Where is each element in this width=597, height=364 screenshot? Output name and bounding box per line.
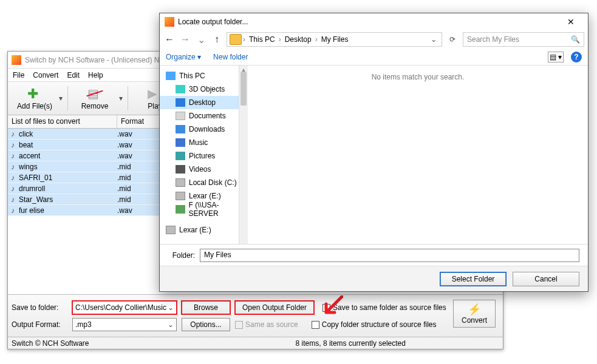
same-as-source-checkbox: Same as source [235, 320, 298, 329]
chevron-down-icon: ⌄ [168, 303, 174, 312]
output-format-label: Output Format: [12, 320, 72, 329]
dialog-toolbar: Organize ▾ New folder ▤ ▾ ? [160, 49, 588, 66]
status-left: Switch © NCH Software [12, 339, 89, 348]
documents-icon [176, 112, 185, 120]
lightning-icon [468, 303, 481, 316]
tree-network-f[interactable]: F (\\USA-SERVER [160, 203, 247, 216]
close-button[interactable]: ✕ [559, 17, 583, 27]
downloads-icon [176, 125, 185, 133]
3d-icon [176, 85, 185, 93]
open-output-label: Open Output Folder [242, 303, 307, 312]
tree-local-disk-c[interactable]: Local Disk (C:) [160, 176, 247, 189]
convert-label: Convert [462, 316, 487, 325]
search-icon: 🔍 [571, 35, 580, 44]
select-folder-button[interactable]: Select Folder [440, 272, 507, 286]
music-icon [176, 138, 185, 147]
file-name: beat [18, 141, 114, 149]
tree-desktop[interactable]: Desktop [160, 96, 247, 109]
organize-menu[interactable]: Organize ▾ [166, 53, 201, 61]
app-icon [12, 55, 21, 65]
chevron-down-icon: ⌄ [168, 320, 174, 329]
add-files-label: Add File(s) [17, 102, 52, 110]
search-placeholder: Search My Files [467, 35, 519, 44]
browse-button[interactable]: Browse [182, 301, 230, 314]
locate-output-folder-dialog: Locate output folder... ✕ ← → ⌄ ↑ › This… [159, 13, 588, 292]
folder-input[interactable]: My Files [200, 249, 579, 262]
remove-icon [87, 86, 102, 101]
convert-button[interactable]: Convert [453, 300, 496, 328]
app-icon [165, 17, 174, 27]
chevron-right-icon: › [279, 35, 281, 44]
save-to-folder-combo[interactable]: C:\Users\Cody Collier\Music ⌄ [72, 301, 177, 314]
file-name: accent [18, 152, 114, 160]
add-files-button[interactable]: Add File(s) [10, 83, 59, 113]
tree-3d-objects[interactable]: 3D Objects [160, 83, 247, 96]
remove-button[interactable]: Remove [70, 83, 119, 113]
network-drive-icon [176, 205, 185, 214]
audio-file-icon: ♪ [8, 195, 18, 204]
options-button[interactable]: Options... [182, 318, 230, 331]
chevron-right-icon: › [315, 35, 318, 44]
checkbox-icon [312, 321, 319, 329]
tree-documents[interactable]: Documents [160, 109, 247, 123]
folder-icon [230, 34, 242, 45]
copy-structure-checkbox[interactable]: Copy folder structure of source files [312, 320, 437, 329]
up-button[interactable]: ↑ [211, 34, 223, 45]
back-button[interactable]: ← [163, 34, 176, 45]
audio-file-icon: ♪ [8, 130, 18, 138]
plus-icon [27, 86, 42, 101]
new-folder-button[interactable]: New folder [213, 53, 248, 61]
folder-value: My Files [204, 251, 231, 259]
add-files-dropdown[interactable]: ▾ [59, 94, 65, 103]
checkbox-icon [235, 321, 243, 329]
col-file[interactable]: List of files to convert [8, 115, 117, 128]
bottom-panel: Save to folder: C:\Users\Cody Collier\Mu… [8, 294, 503, 337]
separator [128, 86, 128, 110]
menu-edit[interactable]: Edit [67, 71, 80, 79]
folder-row: Folder: My Files [160, 244, 588, 266]
videos-icon [176, 165, 185, 174]
crumb-this-pc[interactable]: This PC [247, 35, 278, 44]
search-input[interactable]: Search My Files 🔍 [463, 32, 584, 47]
scroll-thumb[interactable] [241, 72, 247, 106]
same-folder-checkbox[interactable]: Save to same folder as source files [322, 303, 446, 312]
file-name: Star_Wars [18, 195, 114, 204]
tree-downloads[interactable]: Downloads [160, 123, 247, 136]
crumb-my-files[interactable]: My Files [319, 35, 351, 44]
desktop-icon [176, 98, 185, 107]
tree-music[interactable]: Music [160, 136, 247, 149]
audio-file-icon: ♪ [8, 152, 18, 160]
file-name: fur elise [18, 206, 114, 215]
file-name: click [18, 130, 114, 138]
recent-dropdown[interactable]: ⌄ [195, 34, 207, 46]
cancel-button[interactable]: Cancel [513, 272, 579, 286]
tree-this-pc[interactable]: This PC [160, 69, 247, 83]
same-folder-label: Save to same folder as source files [333, 303, 446, 312]
breadcrumb[interactable]: › This PC › Desktop › My Files ⌄ [227, 32, 442, 47]
content-pane: No items match your search. [248, 66, 588, 244]
tree-scrollbar[interactable]: ▴ [239, 66, 248, 244]
main-title: Switch by NCH Software - (Unlicensed) No [25, 56, 163, 64]
remove-dropdown[interactable]: ▾ [119, 94, 125, 103]
file-name: drumroll [18, 184, 114, 193]
output-format-combo[interactable]: .mp3 ⌄ [72, 318, 177, 331]
view-button[interactable]: ▤ ▾ [548, 52, 564, 62]
separator [67, 86, 68, 110]
tree-lexar-e-root[interactable]: Lexar (E:) [160, 223, 247, 237]
help-button[interactable]: ? [571, 52, 582, 62]
menu-file[interactable]: File [13, 71, 24, 79]
open-output-folder-button[interactable]: Open Output Folder [235, 301, 314, 314]
tree-pictures[interactable]: Pictures [160, 149, 247, 163]
menu-help[interactable]: Help [88, 71, 103, 79]
empty-message: No items match your search. [248, 66, 588, 244]
file-name: SAFRI_01 [18, 174, 114, 182]
forward-button[interactable]: → [179, 34, 191, 45]
dialog-nav: ← → ⌄ ↑ › This PC › Desktop › My Files ⌄… [160, 30, 588, 49]
crumb-desktop[interactable]: Desktop [282, 35, 314, 44]
tree-videos[interactable]: Videos [160, 163, 247, 176]
dialog-buttons: Select Folder Cancel [160, 266, 588, 291]
refresh-button[interactable]: ⟳ [446, 35, 459, 44]
crumb-dropdown[interactable]: ⌄ [428, 35, 439, 44]
copy-structure-label: Copy folder structure of source files [322, 320, 437, 329]
menu-convert[interactable]: Convert [33, 71, 58, 79]
